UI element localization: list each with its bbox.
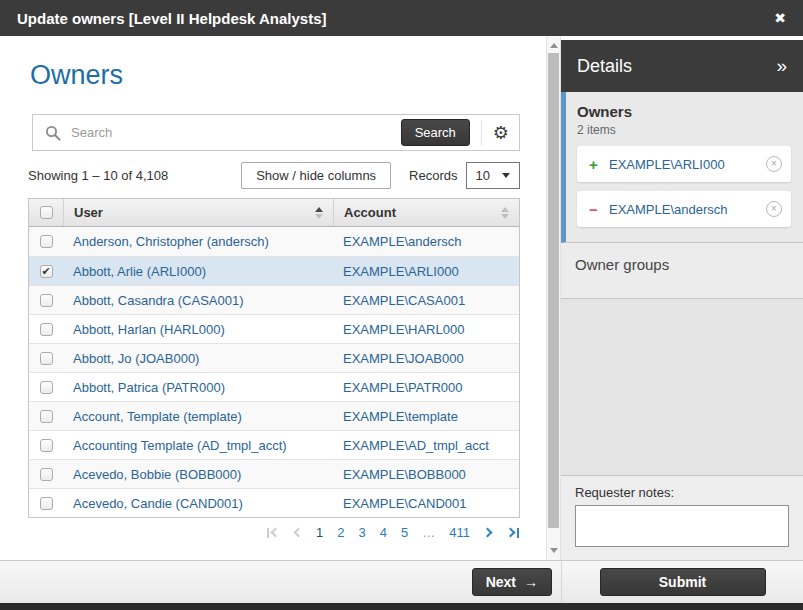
pagination-prev-icon[interactable] <box>293 529 302 536</box>
row-checkbox[interactable] <box>40 497 53 510</box>
showing-count: Showing 1 – 10 of 4,108 <box>28 168 168 183</box>
records-select[interactable]: 10 <box>466 162 520 189</box>
row-checkbox[interactable] <box>40 381 53 394</box>
account-cell: EXAMPLE\ARLI000 <box>333 257 519 285</box>
user-link[interactable]: Anderson, Christopher (andersch) <box>73 234 269 249</box>
owner-change-list: +EXAMPLE\ARLI000×−EXAMPLE\andersch× <box>577 146 791 227</box>
account-link[interactable]: EXAMPLE\andersch <box>343 234 462 249</box>
account-link[interactable]: EXAMPLE\CAND001 <box>343 496 467 511</box>
user-link[interactable]: Abbott, Patrica (PATR000) <box>73 380 225 395</box>
sort-asc-icon <box>315 207 323 219</box>
account-link[interactable]: EXAMPLE\ARLI000 <box>343 264 459 279</box>
user-cell: Abbott, Patrica (PATR000) <box>63 373 333 401</box>
scrollbar-thumb[interactable] <box>548 53 559 528</box>
row-checkbox-cell <box>29 235 63 248</box>
row-checkbox[interactable] <box>40 235 53 248</box>
pagination-page[interactable]: 5 <box>401 525 408 540</box>
requester-notes-section: Requester notes: <box>561 475 803 560</box>
row-checkbox-cell <box>29 381 63 394</box>
row-checkbox[interactable] <box>40 294 53 307</box>
account-link[interactable]: EXAMPLE\CASA001 <box>343 293 465 308</box>
table-row[interactable]: Abbott, Jo (JOAB000)EXAMPLE\JOAB000 <box>29 343 519 372</box>
pagination: 12345…411 <box>0 525 519 540</box>
next-button[interactable]: Next → <box>472 568 552 596</box>
user-link[interactable]: Accounting Template (AD_tmpl_acct) <box>73 438 287 453</box>
account-cell: EXAMPLE\JOAB000 <box>333 344 519 372</box>
vertical-scrollbar[interactable] <box>546 36 561 560</box>
search-input[interactable] <box>71 125 401 140</box>
owner-change-label[interactable]: EXAMPLE\ARLI000 <box>609 157 725 172</box>
user-link[interactable]: Abbott, Casandra (CASA001) <box>73 293 244 308</box>
user-cell: Acevedo, Candie (CAND001) <box>63 489 333 517</box>
row-checkbox[interactable] <box>40 352 53 365</box>
account-cell: EXAMPLE\template <box>333 402 519 430</box>
user-link[interactable]: Abbott, Jo (JOAB000) <box>73 351 199 366</box>
search-button[interactable]: Search <box>401 119 470 146</box>
row-checkbox[interactable] <box>40 410 53 423</box>
dismiss-icon[interactable]: × <box>766 201 782 217</box>
account-link[interactable]: EXAMPLE\PATR000 <box>343 380 462 395</box>
pagination-page[interactable]: 2 <box>337 525 344 540</box>
submit-button[interactable]: Submit <box>600 568 766 596</box>
pagination-page[interactable]: 1 <box>316 525 323 540</box>
row-checkbox[interactable]: ✔ <box>40 265 53 278</box>
account-link[interactable]: EXAMPLE\BOBB000 <box>343 467 466 482</box>
owner-change-item: −EXAMPLE\andersch× <box>577 191 791 227</box>
pagination-last-icon[interactable] <box>507 528 519 538</box>
collapse-chevron-icon[interactable]: » <box>776 55 787 77</box>
search-icon <box>45 125 61 141</box>
user-link[interactable]: Account, Template (template) <box>73 409 242 424</box>
user-link[interactable]: Abbott, Arlie (ARLI000) <box>73 264 206 279</box>
pagination-page[interactable]: 4 <box>380 525 387 540</box>
table-row[interactable]: Abbott, Patrica (PATR000)EXAMPLE\PATR000 <box>29 372 519 401</box>
pagination-first-icon[interactable] <box>267 528 279 538</box>
arrow-right-icon: → <box>524 574 538 590</box>
user-link[interactable]: Acevedo, Bobbie (BOBB000) <box>73 467 241 482</box>
account-cell: EXAMPLE\AD_tmpl_acct <box>333 431 519 459</box>
table-row[interactable]: Acevedo, Candie (CAND001)EXAMPLE\CAND001 <box>29 488 519 517</box>
users-table: User Account Anderson, Christopher (ande… <box>28 198 520 518</box>
pagination-next-icon[interactable] <box>484 529 493 536</box>
row-checkbox[interactable] <box>40 323 53 336</box>
account-cell: EXAMPLE\BOBB000 <box>333 460 519 488</box>
close-icon[interactable]: ✖ <box>774 10 786 26</box>
details-title: Details <box>577 56 632 77</box>
owner-change-label[interactable]: EXAMPLE\andersch <box>609 202 728 217</box>
gear-icon[interactable]: ⚙ <box>493 124 509 142</box>
account-link[interactable]: EXAMPLE\template <box>343 409 458 424</box>
pagination-page[interactable]: 3 <box>359 525 366 540</box>
show-hide-columns-button[interactable]: Show / hide columns <box>241 162 391 189</box>
account-cell: EXAMPLE\CAND001 <box>333 489 519 517</box>
table-row[interactable]: Acevedo, Bobbie (BOBB000)EXAMPLE\BOBB000 <box>29 459 519 488</box>
row-checkbox-cell <box>29 439 63 452</box>
row-checkbox[interactable] <box>40 439 53 452</box>
page-title: Owners <box>30 60 546 90</box>
table-row[interactable]: Account, Template (template)EXAMPLE\temp… <box>29 401 519 430</box>
account-link[interactable]: EXAMPLE\HARL000 <box>343 322 464 337</box>
column-header-account[interactable]: Account <box>333 199 519 226</box>
owners-panel: Owners Search ⚙ Showing 1 – 10 of 4,108 … <box>0 36 546 560</box>
account-link[interactable]: EXAMPLE\AD_tmpl_acct <box>343 438 489 453</box>
select-all-cell <box>29 206 63 219</box>
owners-count: 2 items <box>577 123 791 137</box>
dismiss-icon[interactable]: × <box>766 156 782 172</box>
user-link[interactable]: Abbott, Harlan (HARL000) <box>73 322 225 337</box>
table-row[interactable]: Accounting Template (AD_tmpl_acct)EXAMPL… <box>29 430 519 459</box>
row-checkbox-cell <box>29 468 63 481</box>
divider <box>481 121 482 145</box>
user-cell: Abbott, Arlie (ARLI000) <box>63 257 333 285</box>
scroll-up-icon[interactable] <box>550 43 558 48</box>
row-checkbox-cell <box>29 352 63 365</box>
select-all-checkbox[interactable] <box>40 206 53 219</box>
table-row[interactable]: ✔Abbott, Arlie (ARLI000)EXAMPLE\ARLI000 <box>29 256 519 285</box>
account-link[interactable]: EXAMPLE\JOAB000 <box>343 351 464 366</box>
table-row[interactable]: Anderson, Christopher (andersch)EXAMPLE\… <box>29 227 519 256</box>
user-link[interactable]: Acevedo, Candie (CAND001) <box>73 496 243 511</box>
pagination-page[interactable]: 411 <box>449 525 470 540</box>
scroll-down-icon[interactable] <box>550 548 558 553</box>
column-header-user[interactable]: User <box>63 199 333 226</box>
table-row[interactable]: Abbott, Casandra (CASA001)EXAMPLE\CASA00… <box>29 285 519 314</box>
table-row[interactable]: Abbott, Harlan (HARL000)EXAMPLE\HARL000 <box>29 314 519 343</box>
requester-notes-input[interactable] <box>575 505 789 547</box>
row-checkbox[interactable] <box>40 468 53 481</box>
